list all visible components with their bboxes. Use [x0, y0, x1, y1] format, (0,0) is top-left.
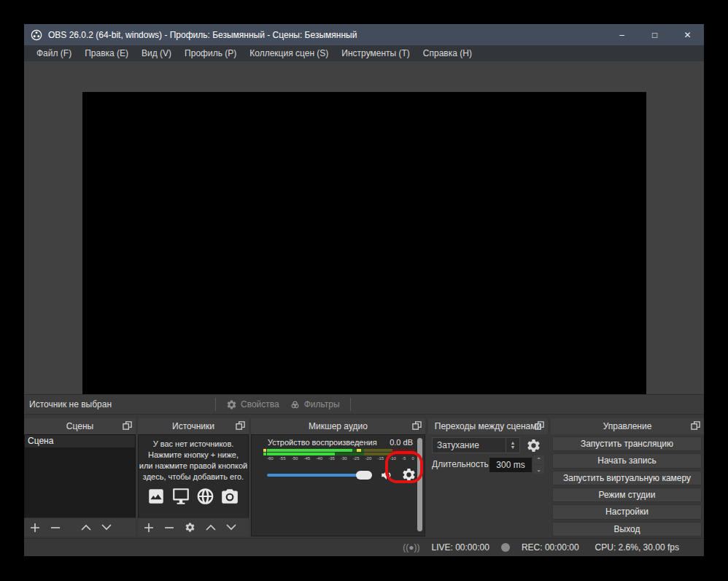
live-time: LIVE: 00:00:00	[431, 542, 489, 553]
transition-gear-icon[interactable]	[526, 438, 541, 453]
filter-icon	[290, 399, 301, 410]
menu-help[interactable]: Справка (H)	[417, 45, 479, 61]
scenes-dock-title: Сцены	[66, 421, 93, 431]
remove-scene-button[interactable]	[50, 523, 61, 533]
studio-mode-button[interactable]: Режим студии	[552, 488, 702, 502]
speaker-icon[interactable]	[379, 469, 394, 482]
scenes-dock: Сцены Сцена	[24, 418, 136, 536]
browser-icon	[195, 487, 215, 506]
remove-source-button[interactable]	[164, 523, 174, 533]
properties-button[interactable]: Свойства	[226, 399, 279, 410]
image-icon	[146, 487, 166, 506]
sources-toolbar	[138, 517, 249, 536]
mixer-scrollbar[interactable]	[417, 438, 422, 531]
record-dot-icon	[501, 543, 510, 552]
volume-slider[interactable]	[267, 474, 372, 477]
properties-label: Свойства	[241, 399, 279, 409]
start-streaming-button[interactable]: Запустить трансляцию	[552, 436, 702, 451]
title-bar: OBS 26.0.2 (64-bit, windows) - Профиль: …	[24, 24, 704, 45]
transitions-dock-title: Переходы между сценами	[435, 421, 541, 431]
scenes-toolbar	[24, 517, 136, 536]
gear-icon	[226, 399, 237, 410]
scene-down-button[interactable]	[101, 524, 112, 531]
settings-button[interactable]: Настройки	[552, 504, 702, 519]
transitions-dock: Переходы между сценами Затухание ▲▼ Длит…	[428, 418, 548, 536]
volume-slider-handle[interactable]	[356, 471, 372, 480]
meter-scale: -60-55-50-45-40-35-30-25-20-15-10-50	[267, 456, 414, 461]
source-toolbar: Источник не выбран Свойства Фильтры	[24, 394, 704, 415]
sources-empty-line: или нажмите правой кнопкой	[139, 461, 248, 472]
menu-edit[interactable]: Правка (E)	[78, 45, 135, 61]
popout-icon[interactable]	[691, 421, 700, 431]
peak-indicator	[263, 449, 266, 455]
sources-dock-title: Источники	[172, 421, 214, 431]
scene-up-button[interactable]	[81, 524, 91, 531]
volume-meter: -60-55-50-45-40-35-30-25-20-15-10-50	[267, 449, 414, 461]
filters-button[interactable]: Фильтры	[290, 399, 340, 410]
popout-icon[interactable]	[535, 421, 544, 431]
popout-icon[interactable]	[123, 421, 132, 431]
transition-select[interactable]: Затухание ▲▼	[432, 437, 520, 453]
rec-time: REC: 00:00:00	[522, 542, 579, 553]
menu-file[interactable]: Файл (F)	[30, 45, 78, 61]
scene-canvas[interactable]	[82, 92, 646, 410]
sources-empty-line: здесь, чтобы добавить его.	[139, 472, 248, 482]
control-dock-title: Управление	[603, 421, 652, 431]
start-virtual-camera-button[interactable]: Запустить виртуальную камеру	[552, 471, 702, 485]
menu-scene-collection[interactable]: Коллекция сцен (S)	[243, 45, 335, 61]
mixer-panel: Устройство воспроизведения 0.0 dB -60-55…	[251, 434, 425, 536]
audio-level-value: 0.0 dB	[390, 438, 413, 447]
minimize-button[interactable]: –	[605, 24, 638, 45]
obs-logo-icon	[31, 29, 42, 41]
exit-button[interactable]: Выход	[552, 522, 702, 536]
scene-list-item[interactable]: Сцена	[25, 435, 135, 447]
popout-icon[interactable]	[236, 421, 245, 431]
combo-arrows-icon[interactable]: ▲▼	[506, 438, 519, 453]
divider	[350, 398, 351, 411]
control-dock: Управление Запустить трансляцию Начать з…	[551, 418, 704, 536]
scene-list[interactable]: Сцена	[24, 434, 136, 518]
preview-area	[24, 61, 704, 394]
menu-view[interactable]: Вид (V)	[135, 45, 178, 61]
menu-tools[interactable]: Инструменты (T)	[335, 45, 416, 61]
duration-up-button[interactable]: ⌃	[533, 455, 544, 464]
sources-empty-line: Нажмите кнопку + ниже,	[139, 450, 248, 461]
audio-mixer-dock: Микшер аудио Устройство воспроизведения …	[251, 418, 425, 536]
broadcast-icon: ((●))	[403, 542, 419, 553]
cpu-fps-stats: CPU: 2.6%, 30.00 fps	[595, 542, 679, 553]
divider	[215, 398, 216, 411]
filters-label: Фильтры	[304, 399, 340, 409]
add-scene-button[interactable]	[30, 523, 40, 533]
mixer-gear-icon[interactable]	[401, 467, 417, 482]
duration-input[interactable]: 300 ms	[489, 457, 533, 473]
duration-down-button[interactable]: ⌄	[533, 465, 544, 474]
duration-label: Длительность	[432, 459, 489, 469]
transition-value: Затухание	[437, 440, 479, 450]
source-down-button[interactable]	[226, 524, 236, 531]
menu-profile[interactable]: Профиль (P)	[178, 45, 243, 61]
status-bar: ((●)) LIVE: 00:00:00 REC: 00:00:00 CPU: …	[24, 538, 704, 556]
sources-dock: Источники У вас нет источников. Нажмите …	[138, 418, 249, 536]
display-icon	[170, 487, 192, 506]
camera-icon	[219, 487, 241, 506]
sources-empty-panel[interactable]: У вас нет источников. Нажмите кнопку + н…	[138, 434, 249, 518]
start-recording-button[interactable]: Начать запись	[552, 453, 702, 468]
close-button[interactable]: ✕	[671, 24, 704, 45]
popout-icon[interactable]	[412, 421, 422, 431]
obs-window: OBS 26.0.2 (64-bit, windows) - Профиль: …	[24, 24, 704, 556]
mixer-dock-title: Микшер аудио	[309, 421, 368, 431]
menu-bar: Файл (F) Правка (E) Вид (V) Профиль (P) …	[24, 45, 704, 61]
sources-empty-line: У вас нет источников.	[139, 439, 248, 450]
docks-area: Сцены Сцена Источники У вас нет источник…	[24, 415, 704, 538]
source-status-text: Источник не выбран	[29, 399, 112, 409]
audio-device-label: Устройство воспроизведения	[268, 438, 377, 447]
maximize-button[interactable]: □	[638, 24, 671, 45]
source-properties-gear-icon[interactable]	[185, 522, 195, 533]
window-title: OBS 26.0.2 (64-bit, windows) - Профиль: …	[48, 30, 357, 40]
source-up-button[interactable]	[206, 524, 216, 531]
add-source-button[interactable]	[144, 523, 154, 533]
